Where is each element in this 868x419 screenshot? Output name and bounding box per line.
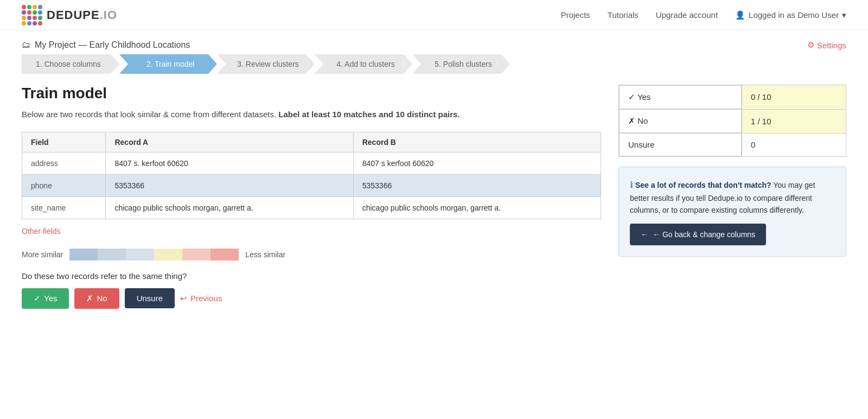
unsure-button[interactable]: Unsure — [125, 288, 175, 308]
chevron-down-icon: ▾ — [842, 10, 846, 20]
no-score-label: ✗ No — [628, 116, 648, 126]
brand: DEDUPE.IO — [22, 5, 117, 26]
yes-button[interactable]: ✓ Yes — [22, 288, 69, 309]
less-similar-label: Less similar — [245, 250, 285, 259]
project-title: 🗂 My Project — Early Childhood Locations — [22, 40, 190, 50]
navbar-links: Projects Tutorials Upgrade account 👤 Log… — [561, 10, 846, 20]
no-score-value: 1 / 10 — [742, 109, 846, 133]
similarity-bar: More similar Less similar — [22, 249, 601, 261]
score-row-unsure: Unsure 0 — [619, 133, 846, 157]
dot-8 — [38, 10, 42, 15]
step-review-clusters[interactable]: 3. Review clusters — [217, 54, 315, 74]
user-label: Logged in as Demo User — [749, 10, 839, 20]
arrow-left-icon: ↩ — [180, 294, 187, 303]
dot-9 — [22, 16, 26, 20]
dot-14 — [27, 21, 31, 26]
dot-11 — [33, 16, 37, 20]
sim-bar-2 — [98, 249, 126, 261]
question-label: Do these two records refer to the same t… — [22, 271, 601, 281]
dot-16 — [38, 21, 42, 26]
brand-logo: DEDUPE.IO — [22, 5, 117, 26]
col-record-b: Record B — [353, 132, 601, 152]
more-similar-label: More similar — [22, 250, 63, 259]
score-row-no: ✗ No 1 / 10 — [619, 109, 846, 133]
sim-bar-6 — [210, 249, 239, 261]
action-buttons: ✓ Yes ✗ No Unsure ↩ Previous — [22, 288, 601, 309]
main-content: Train model Below are two records that l… — [0, 85, 868, 331]
navbar: DEDUPE.IO Projects Tutorials Upgrade acc… — [0, 0, 868, 30]
no-button[interactable]: ✗ No — [74, 288, 119, 309]
dot-13 — [22, 21, 26, 26]
dot-5 — [22, 10, 26, 15]
dot-15 — [33, 21, 37, 26]
other-fields-link[interactable]: Other fields — [22, 219, 601, 236]
table-row: address 8407 s. kerfoot 60620 8407 s ker… — [22, 152, 601, 174]
hint-box: ℹ See a lot of records that don't match?… — [618, 167, 846, 257]
table-row: site_name chicago public schools morgan,… — [22, 196, 601, 219]
dot-12 — [38, 16, 42, 20]
description: Below are two records that look similar … — [22, 109, 601, 121]
go-back-button[interactable]: ← ← Go back & change columns — [630, 224, 766, 245]
compare-table: Field Record A Record B address 8407 s. … — [22, 132, 601, 219]
previous-button[interactable]: ↩ Previous — [180, 294, 222, 303]
brand-name: DEDUPE.IO — [47, 8, 117, 22]
steps: 1. Choose columns 2. Train model 3. Revi… — [0, 54, 868, 85]
yes-score-label: ✓ Yes — [628, 92, 650, 102]
gear-icon: ⚙ — [807, 40, 814, 50]
x-icon: ✗ — [86, 294, 93, 303]
score-table: ✓ Yes 0 / 10 ✗ No 1 / 10 Unsure 0 — [618, 85, 846, 157]
sim-bar-3 — [126, 249, 154, 261]
user-menu[interactable]: 👤 Logged in as Demo User ▾ — [735, 10, 846, 20]
user-icon: 👤 — [735, 10, 745, 20]
unsure-score-value: 0 — [742, 133, 846, 157]
dot-7 — [33, 10, 37, 15]
nav-projects[interactable]: Projects — [561, 10, 590, 20]
dot-4 — [38, 5, 42, 9]
sim-bar-5 — [182, 249, 210, 261]
step-choose-columns[interactable]: 1. Choose columns — [22, 54, 119, 74]
col-record-a: Record A — [106, 132, 353, 152]
sim-bar-1 — [69, 249, 98, 261]
page-title: Train model — [22, 85, 601, 102]
nav-tutorials[interactable]: Tutorials — [608, 10, 639, 20]
arrow-left-icon: ← — [641, 230, 648, 239]
folder-icon: 🗂 — [22, 40, 30, 50]
step-add-to-clusters[interactable]: 4. Add to clusters — [315, 54, 412, 74]
sim-bar-4 — [154, 249, 182, 261]
dot-10 — [27, 16, 31, 20]
yes-score-value: 0 / 10 — [742, 85, 846, 110]
info-icon: ℹ — [630, 180, 633, 189]
col-field: Field — [22, 132, 106, 152]
nav-upgrade[interactable]: Upgrade account — [656, 10, 718, 20]
score-row-yes: ✓ Yes 0 / 10 — [619, 85, 846, 110]
dot-1 — [22, 5, 26, 9]
sidebar: ✓ Yes 0 / 10 ✗ No 1 / 10 Unsure 0 ℹ See … — [618, 85, 846, 309]
step-polish-clusters[interactable]: 5. Polish clusters — [412, 54, 510, 74]
content-area: Train model Below are two records that l… — [22, 85, 601, 309]
brand-dots — [22, 5, 42, 26]
dot-2 — [27, 5, 31, 9]
sim-bars — [69, 249, 239, 261]
checkmark-icon: ✓ — [34, 294, 41, 303]
step-train-model[interactable]: 2. Train model — [119, 54, 217, 74]
table-row: phone 5353366 5353366 — [22, 174, 601, 196]
hint-text: ℹ See a lot of records that don't match?… — [630, 178, 835, 216]
dot-3 — [33, 5, 37, 9]
project-bar: 🗂 My Project — Early Childhood Locations… — [0, 30, 868, 54]
unsure-score-label: Unsure — [628, 140, 654, 149]
settings-link[interactable]: ⚙ Settings — [807, 40, 846, 50]
dot-6 — [27, 10, 31, 15]
